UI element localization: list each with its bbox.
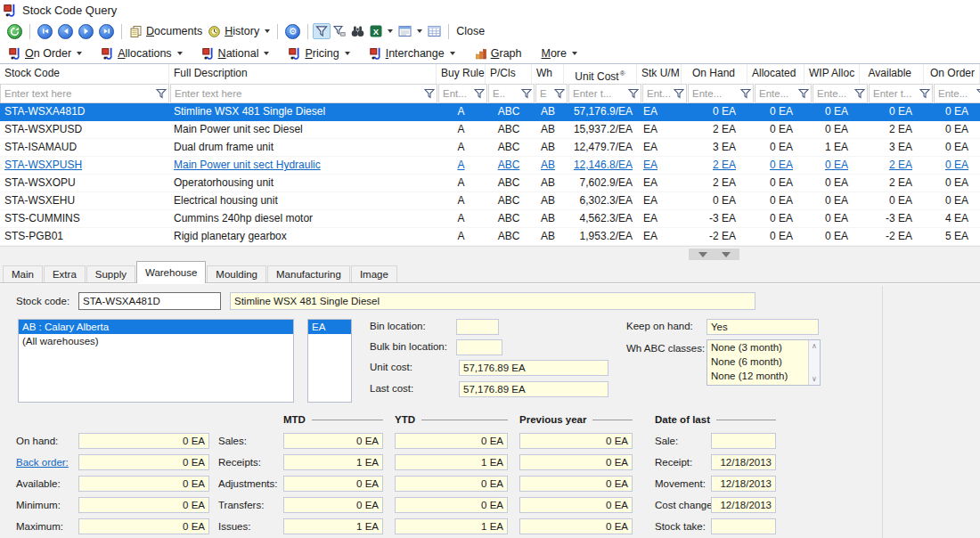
list-item[interactable]: EA — [308, 320, 351, 334]
table-row[interactable]: STA-WSXPUSDMain Power unit sec DieselAAB… — [0, 121, 980, 139]
column-header-unit-cost[interactable]: ˇ Unit Cost® — [564, 64, 637, 84]
column-header-stk-um[interactable]: Stk U/M — [637, 64, 682, 84]
list-item[interactable]: (All warehouses) — [19, 334, 293, 348]
filter-button[interactable] — [313, 23, 331, 39]
find-button[interactable] — [348, 23, 367, 39]
last-movement-field[interactable]: 12/18/2013 — [711, 476, 776, 492]
filter-funnel-icon[interactable] — [674, 88, 684, 99]
last-cost-change-field[interactable]: 12/18/2013 — [711, 497, 776, 513]
issues-mtd-field[interactable]: 1 EA — [283, 518, 383, 534]
on-hand-field[interactable]: 0 EA — [78, 433, 209, 449]
filter-funnel-icon[interactable] — [976, 88, 980, 99]
refresh-button[interactable] — [4, 22, 25, 41]
column-header-buy-rule[interactable]: Buy Rule — [437, 64, 486, 84]
adjustments-mtd-field[interactable]: 0 EA — [283, 476, 383, 492]
filter-cell[interactable] — [869, 84, 933, 103]
last-stock-take-field[interactable] — [711, 518, 776, 534]
filter-input[interactable] — [3, 87, 155, 100]
tab-image[interactable]: Image — [351, 265, 397, 283]
wh-abc-classes-list[interactable]: None (3 month) None (6 month) None (12 m… — [706, 339, 821, 386]
nav-last-button[interactable] — [96, 22, 117, 41]
filter-input[interactable] — [571, 87, 627, 100]
filter-cell[interactable] — [438, 84, 487, 103]
design-grid-button[interactable] — [425, 23, 444, 39]
tab-main[interactable]: Main — [3, 265, 43, 283]
keep-on-hand-field[interactable]: Yes — [706, 319, 819, 335]
splitter-collapse-button[interactable] — [689, 249, 739, 260]
last-receipt-field[interactable]: 12/18/2013 — [711, 454, 776, 470]
tab-supply[interactable]: Supply — [86, 265, 135, 283]
nav-previous-button[interactable] — [55, 22, 76, 41]
receipts-mtd-field[interactable]: 1 EA — [283, 454, 383, 470]
stock-code-input[interactable] — [78, 292, 221, 310]
bin-location-field[interactable] — [456, 319, 499, 335]
table-row[interactable]: STA-WSXEHUElectrical housing unitAABCAB6… — [0, 192, 980, 210]
filter-input[interactable] — [871, 87, 919, 100]
sales-ytd-field[interactable]: 0 EA — [395, 433, 508, 449]
interchange-menu-button[interactable]: Interchange — [367, 45, 458, 61]
table-row[interactable]: STS-CUMMINSCummins 240hp diesel motorAAB… — [0, 210, 980, 228]
issues-ytd-field[interactable]: 1 EA — [395, 518, 508, 534]
table-row[interactable]: STA-WSXPUSHMain Power unit sect Hydrauli… — [0, 157, 980, 175]
unit-cost-field[interactable]: 57,176.89 EA — [459, 360, 608, 376]
filter-funnel-icon[interactable] — [740, 88, 751, 99]
filter-input[interactable] — [173, 87, 423, 100]
filter-cell[interactable] — [934, 84, 980, 103]
pricing-menu-button[interactable]: Pricing — [286, 45, 352, 61]
table-row[interactable]: STA-ISAMAUDDual drum frame unitAABCAB12,… — [0, 139, 980, 157]
filter-funnel-icon[interactable] — [798, 88, 809, 99]
filter-funnel-icon[interactable] — [554, 88, 565, 99]
tab-moulding[interactable]: Moulding — [207, 265, 266, 283]
graph-button[interactable]: Graph — [472, 45, 525, 61]
close-button[interactable]: Close — [453, 23, 487, 39]
tab-manufacturing[interactable]: Manufacturing — [267, 265, 350, 283]
history-button[interactable]: History — [205, 23, 273, 40]
filter-input[interactable] — [815, 87, 853, 100]
adjustments-ytd-field[interactable]: 0 EA — [395, 476, 508, 492]
filter-input[interactable] — [757, 87, 797, 100]
filter-cell[interactable] — [688, 84, 754, 103]
documents-button[interactable]: Documents — [127, 23, 205, 40]
scroll-up-icon[interactable]: ∧ — [812, 342, 817, 350]
stock-description-field[interactable]: Stimline WSX 481 Single Diesel — [230, 292, 755, 310]
warehouse-list[interactable]: AB : Calary Alberta (All warehouses) — [18, 319, 294, 403]
filter-input[interactable] — [690, 87, 739, 100]
last-sale-field[interactable] — [711, 433, 776, 449]
filter-funnel-icon[interactable] — [854, 88, 865, 99]
filter-cell[interactable] — [642, 84, 687, 103]
on-order-menu-button[interactable]: On Order — [6, 45, 85, 61]
minimum-field[interactable]: 0 EA — [78, 497, 209, 513]
table-row[interactable]: STA-WSXA481DStimline WSX 481 Single Dies… — [0, 103, 980, 121]
report-button[interactable] — [396, 23, 425, 39]
available-field[interactable]: 0 EA — [78, 476, 209, 492]
list-item[interactable]: None (12 month) — [707, 369, 808, 383]
filter-funnel-icon[interactable] — [521, 88, 532, 99]
table-row[interactable]: STS-PGB01Rigid planetary gearboxAABCAB1,… — [0, 228, 980, 246]
column-header-on-hand[interactable]: On Hand — [682, 64, 747, 84]
uom-list[interactable]: EA — [307, 319, 352, 403]
column-header-wh[interactable]: Wh — [532, 64, 564, 84]
list-item[interactable]: AB : Calary Alberta — [19, 320, 293, 334]
filter-funnel-icon[interactable] — [156, 88, 167, 99]
filter-funnel-icon[interactable] — [474, 88, 485, 99]
filter-funnel-icon[interactable] — [424, 88, 435, 99]
list-item[interactable]: None (3 month) — [707, 340, 808, 355]
issues-previous-field[interactable]: 0 EA — [519, 518, 633, 534]
filter-cell[interactable] — [488, 84, 535, 103]
tab-extra[interactable]: Extra — [44, 265, 86, 283]
sales-previous-field[interactable]: 0 EA — [519, 433, 633, 449]
column-header-wip-alloc[interactable]: WIP Alloc — [804, 64, 860, 84]
column-header-p-cls[interactable]: P/Cls — [486, 64, 532, 84]
allocations-menu-button[interactable]: Allocations — [99, 45, 184, 61]
column-header-available[interactable]: Available — [860, 64, 924, 84]
column-header-allocated[interactable]: Allocated — [747, 64, 804, 84]
tab-warehouse[interactable]: Warehouse — [136, 261, 206, 283]
bulk-bin-field[interactable] — [456, 339, 502, 355]
filter-cell[interactable] — [813, 84, 868, 103]
column-header-full-description[interactable]: Full Description — [169, 64, 437, 84]
column-header-stock-code[interactable]: Stock Code — [0, 64, 169, 84]
nav-next-button[interactable] — [76, 22, 96, 41]
filter-cell[interactable] — [0, 84, 169, 103]
settings-button[interactable]: ⚙ — [282, 22, 303, 41]
national-menu-button[interactable]: National — [200, 45, 273, 61]
